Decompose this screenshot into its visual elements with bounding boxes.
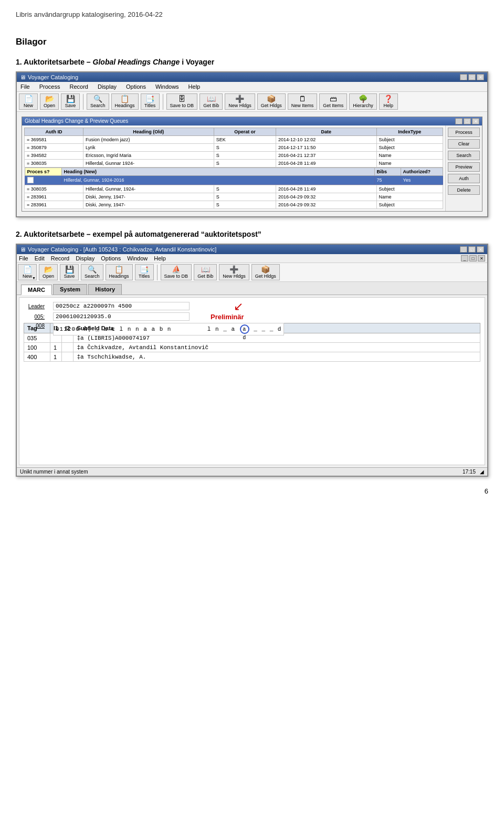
w2-menu-record[interactable]: Record: [51, 255, 69, 261]
leader-value[interactable]: 00250cz a2200097n 4500: [53, 302, 190, 310]
search-icon: 🔍: [93, 95, 102, 102]
toolbar-getbib-button[interactable]: 📖 Get Bib: [200, 93, 223, 110]
auth-button[interactable]: Auth: [448, 174, 480, 183]
cell-id: = 350879: [25, 144, 83, 152]
tab-marc[interactable]: MARC: [21, 285, 52, 295]
clear-button[interactable]: Clear: [448, 139, 480, 149]
table-row[interactable]: = 308035 Hillerdal, Gunnar 1924- S 2016-…: [25, 160, 443, 167]
hierarchy-icon: 🌳: [359, 95, 368, 102]
field005-value[interactable]: 20061002120935.0: [53, 312, 190, 321]
subfield-row-400[interactable]: 400 1 ‡a Tschchikwadse, A.: [24, 352, 480, 362]
w2-menu-file[interactable]: File: [19, 255, 28, 261]
arrow-down: ↙: [234, 301, 480, 312]
w2-toolbar-getbib-button[interactable]: 📖 Get Bib: [194, 264, 217, 280]
subfield-row-100[interactable]: 100 1 ‡a Čchikvadze, Avtandil Konstantin…: [24, 343, 480, 352]
table-row[interactable]: = 283961 Diski, Jenny, 1947- S 2016-04-2…: [25, 201, 443, 209]
cell-data-400[interactable]: ‡a Tschchikwadse, A.: [74, 352, 480, 362]
cell-date: 2016-04-29 09:32: [276, 201, 376, 209]
minimize-button[interactable]: _: [460, 74, 467, 80]
inner-close[interactable]: ✕: [478, 255, 485, 261]
w2-menu-edit[interactable]: Edit: [35, 255, 45, 261]
toolbar-savetodb-button[interactable]: 🗄 Save to DB: [166, 93, 198, 110]
cell-heading: Diski, Jenny, 1947-: [83, 201, 214, 209]
inner-maximize[interactable]: □: [469, 255, 477, 261]
toolbar-help-button[interactable]: ❓ Help: [379, 93, 398, 110]
w2-restore-button[interactable]: ◱: [468, 246, 476, 253]
toolbar-getitems-label: Get Items: [323, 103, 343, 108]
w2-close-button[interactable]: ✕: [477, 246, 484, 253]
w2-menu-options[interactable]: Options: [101, 255, 121, 261]
toolbar-newhldgs-button[interactable]: ➕ New Hldgs: [225, 93, 255, 110]
process-button[interactable]: Process: [448, 128, 480, 137]
cell-op: S: [214, 144, 276, 152]
subsection2-number: 2.: [16, 230, 22, 238]
col-indextype: IndexType: [376, 128, 443, 136]
w2-save-icon: 💾: [65, 266, 74, 273]
table-row[interactable]: = 394582 Ericsson, Ingrid Maria S 2016-0…: [25, 152, 443, 160]
ghc-maximize[interactable]: □: [464, 118, 471, 124]
headings-icon: 📋: [120, 95, 129, 102]
w2-toolbar-gethldgs-button[interactable]: 📦 Get Hldgs: [251, 264, 280, 280]
newhldgs-icon: ➕: [235, 95, 244, 102]
w2-toolbar-titles-button[interactable]: 📑 Titles: [135, 264, 154, 280]
w2-toolbar-savetodb-button[interactable]: ⛵ Save to DB: [161, 264, 192, 280]
toolbar-new-button[interactable]: 📄 New: [19, 93, 38, 110]
search-button[interactable]: Search: [448, 151, 480, 160]
cell-heading: Ericsson, Ingrid Maria: [83, 152, 214, 160]
w2-toolbar-newhldgs-button[interactable]: ➕ New Hldgs: [219, 264, 249, 280]
menu-options[interactable]: Options: [124, 83, 148, 90]
close-button[interactable]: ✕: [477, 74, 484, 80]
toolbar-getitems-button[interactable]: 🗃 Get Items: [319, 93, 347, 110]
w2-menu-window[interactable]: Window: [127, 255, 148, 261]
w2-minimize-button[interactable]: _: [460, 246, 467, 253]
w2-toolbar-open-button[interactable]: 📂 Open: [39, 264, 58, 280]
w2-toolbar-save-button[interactable]: 💾 Save: [60, 264, 79, 280]
menu-display[interactable]: Display: [96, 83, 118, 90]
tab-system[interactable]: System: [53, 284, 87, 295]
cell-data-100[interactable]: ‡a Čchikvadze, Avtandil Konstantinovič: [74, 343, 480, 352]
save-icon: 💾: [66, 95, 75, 102]
ghc-titlebar: Global Headings Change & Preview Queues …: [22, 117, 482, 125]
window1-title-area: 🖥 Voyager Cataloging: [20, 74, 78, 80]
maximize-button[interactable]: □: [468, 74, 476, 80]
help-icon: ❓: [384, 95, 393, 102]
toolbar-save-button[interactable]: 💾 Save: [61, 93, 80, 110]
toolbar-sep-1: [83, 94, 83, 110]
cell-type: Subject: [376, 185, 443, 193]
table-row[interactable]: = 369581 Fusion (modern jazz) SEK 2014-1…: [25, 136, 443, 144]
cell-date: 2014-12-17 11:50: [276, 144, 376, 152]
table-row[interactable]: = 308035 Hillerdal, Gunnar, 1924- S 2016…: [25, 185, 443, 193]
page-number-value: 6: [485, 487, 488, 495]
w2-menu-help[interactable]: Help: [154, 255, 166, 261]
cell-id: = 283961: [25, 193, 83, 201]
menu-help[interactable]: Help: [187, 83, 202, 90]
delete-button[interactable]: Delete: [448, 185, 480, 195]
cell-heading: Diski, Jenny, 1947-: [83, 193, 214, 201]
toolbar-titles-button[interactable]: 📑 Titles: [141, 93, 160, 110]
ghc-close[interactable]: ✕: [472, 118, 479, 124]
w2-toolbar-new-button[interactable]: 📄 New ▼: [18, 264, 37, 280]
menu-process[interactable]: Process: [38, 83, 62, 90]
w2-toolbar-headings-button[interactable]: 📋 Headings: [106, 264, 133, 280]
toolbar-search-button[interactable]: 🔍 Search: [87, 93, 109, 110]
cell-i2-100: [62, 343, 74, 352]
titles-icon: 📑: [145, 95, 154, 102]
ghc-title-text: Global Headings Change & Preview Queues: [25, 118, 128, 124]
menu-windows[interactable]: Windows: [154, 83, 181, 90]
toolbar-open-button[interactable]: 📂 Open: [40, 93, 59, 110]
menu-record[interactable]: Record: [68, 83, 89, 90]
tab-history[interactable]: History: [88, 284, 122, 295]
menu-file[interactable]: File: [19, 83, 32, 90]
toolbar-newitems-button[interactable]: 🗒 New Items: [288, 93, 318, 110]
toolbar-headings-button[interactable]: 📋 Headings: [111, 93, 139, 110]
w2-toolbar-search-button[interactable]: 🔍 Search: [81, 264, 103, 280]
getbib-icon: 📖: [207, 95, 216, 102]
ghc-minimize[interactable]: _: [455, 118, 463, 124]
toolbar-gethldgs-button[interactable]: 📦 Get Hldgs: [257, 93, 286, 110]
inner-minimize[interactable]: _: [461, 255, 468, 261]
table-row[interactable]: = 283961 Diski, Jenny, 1947- S 2016-04-2…: [25, 193, 443, 201]
toolbar-hierarchy-button[interactable]: 🌳 Hierarchy: [349, 93, 377, 110]
preview-button[interactable]: Preview: [448, 162, 480, 172]
w2-menu-display[interactable]: Display: [76, 255, 94, 261]
table-row[interactable]: = 350879 Lyrik S 2014-12-17 11:50 Subjec…: [25, 144, 443, 152]
